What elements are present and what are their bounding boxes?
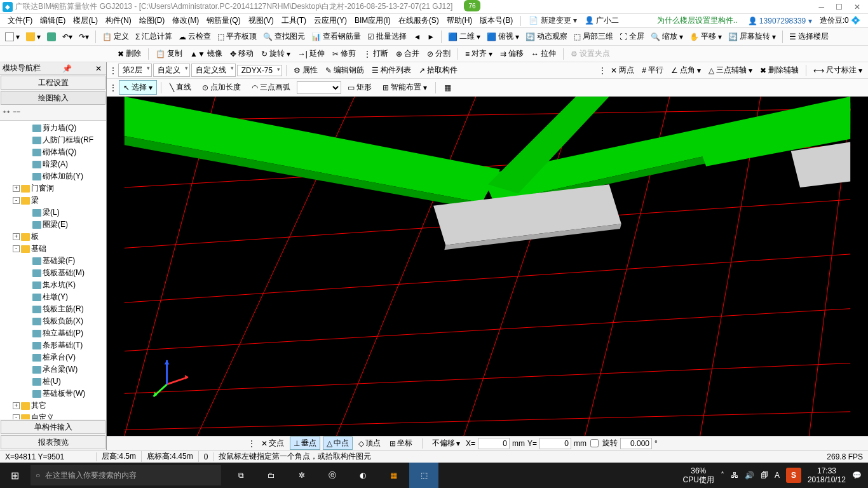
menu-member[interactable]: 构件(N) (102, 14, 135, 27)
report-preview-button[interactable]: 报表预览 (1, 435, 105, 449)
arc3-button[interactable]: ◠ 三点画弧 (247, 80, 295, 95)
task-view-icon[interactable]: ⧉ (226, 463, 255, 488)
tree-item[interactable]: 人防门框墙(RF (0, 134, 106, 146)
find-button[interactable]: 🔍 查找图元 (261, 30, 308, 43)
pin-icon[interactable]: 📌 (60, 64, 74, 73)
tree-item[interactable]: 筏板基础(M) (0, 267, 106, 279)
menu-draw[interactable]: 绘图(D) (135, 14, 169, 27)
menu-help[interactable]: 帮助(H) (443, 14, 477, 27)
nav-tree[interactable]: 剪力墙(Q)人防门框墙(RF砌体墙(Q)暗梁(A)砌体加筋(Y)+门窗洞-梁梁(… (0, 121, 106, 419)
save-button[interactable] (44, 31, 58, 43)
draw-input-button[interactable]: 绘图输入 (1, 91, 105, 105)
tray-notifications-icon[interactable]: 💬 (852, 471, 862, 480)
y-input[interactable] (539, 438, 571, 449)
align-button[interactable]: ≡ 对齐 ▾ (462, 47, 496, 60)
point-length-button[interactable]: ⊙ 点加长度 (198, 80, 245, 95)
nav-next-button[interactable]: ► (424, 31, 437, 43)
tray-up-icon[interactable]: ˄ (721, 471, 724, 480)
select-button[interactable]: ↖ 选择 ▾ (119, 80, 157, 95)
tree-item[interactable]: 砌体加筋(Y) (0, 170, 106, 182)
set-pivot-button[interactable]: ⚙ 设置夹点 (567, 47, 613, 60)
tree-expander-icon[interactable]: - (13, 197, 20, 204)
tree-item[interactable]: +板 (0, 231, 106, 243)
tree-item[interactable]: 承台梁(W) (0, 363, 106, 376)
rotate-checkbox[interactable] (590, 439, 599, 447)
tree-expander-icon[interactable]: - (13, 414, 20, 419)
level-button[interactable]: ⬚ 平齐板顶 (215, 30, 259, 43)
define-button[interactable]: 📋 定义 (100, 30, 132, 43)
tray-network-icon[interactable]: 🖧 (731, 471, 738, 480)
view-rebar-button[interactable]: 📊 查看钢筋量 (309, 30, 363, 43)
tray-text-icon[interactable]: A (775, 471, 780, 480)
new-change-button[interactable]: 📄 新建变更 ▾ (525, 14, 581, 27)
name-dropdown[interactable]: ZDYX-75 (237, 65, 282, 76)
extend-button[interactable]: →| 延伸 (295, 47, 328, 60)
tree-item[interactable]: -自定义 (0, 412, 106, 419)
tray-clock[interactable]: 17:33 2018/10/12 (808, 466, 846, 485)
redo-button[interactable]: ↷▾ (76, 31, 92, 43)
tree-item[interactable]: 筏板主筋(R) (0, 303, 106, 315)
taskbar-app-1[interactable]: 🗀 (257, 463, 286, 488)
tree-item[interactable]: 柱墩(Y) (0, 291, 106, 303)
rect-button[interactable]: ▭ 矩形 (343, 80, 376, 95)
project-settings-button[interactable]: 工程设置 (1, 76, 105, 90)
tree-item[interactable]: 圈梁(E) (0, 219, 106, 231)
edit-rebar-button[interactable]: ✎ 编辑钢筋 (322, 64, 367, 77)
dimension-button[interactable]: ⟷ 尺寸标注 ▾ (810, 64, 865, 77)
local3d-button[interactable]: ⬚ 局部三维 (571, 30, 616, 43)
view2d-button[interactable]: 🟦 二维 ▾ (445, 30, 483, 43)
smart-place-button[interactable]: ⊞ 智能布置 ▾ (378, 80, 431, 95)
tree-item[interactable]: 桩(U) (0, 376, 106, 388)
tree-item[interactable]: 砌体墙(Q) (0, 146, 106, 158)
cloud-check-button[interactable]: ☁ 云检查 (176, 30, 214, 43)
offset-button[interactable]: ⇉ 偏移 (497, 47, 527, 60)
collapse-icon[interactable]: ⁻⁻ (13, 109, 20, 118)
tree-item[interactable]: +门窗洞 (0, 182, 106, 194)
arc-combo[interactable] (297, 81, 341, 94)
tree-expander-icon[interactable]: + (13, 233, 20, 240)
tree-item[interactable]: 条形基础(T) (0, 339, 106, 351)
tree-item[interactable]: -基础 (0, 243, 106, 255)
tree-item[interactable]: 暗梁(A) (0, 158, 106, 170)
panel-close-icon[interactable]: ✕ (93, 64, 104, 73)
zoom-button[interactable]: 🔍 缩放 ▾ (648, 30, 686, 43)
split-button[interactable]: ⊘ 分割 (424, 47, 454, 60)
tree-item[interactable]: +其它 (0, 400, 106, 412)
snap-perpendicular[interactable]: ⊥ 垂点 (290, 437, 320, 450)
trim-button[interactable]: ✂ 修剪 (329, 47, 359, 60)
two-point-button[interactable]: ✕ 两点 (607, 64, 637, 77)
member-list-button[interactable]: ☰ 构件列表 (369, 64, 414, 77)
menu-cloud[interactable]: 云应用(Y) (310, 14, 351, 27)
delete-button[interactable]: ✖ 删除 (114, 47, 144, 60)
tree-expander-icon[interactable]: - (13, 245, 20, 252)
stretch-button[interactable]: ↔ 拉伸 (528, 47, 559, 60)
tree-item[interactable]: 集水坑(K) (0, 279, 106, 291)
new-file-button[interactable]: ▾ (3, 31, 22, 43)
tree-item[interactable]: 桩承台(V) (0, 351, 106, 363)
viewport-canvas[interactable] (107, 97, 868, 436)
tray-battery-icon[interactable]: 🗐 (761, 471, 768, 480)
menu-tool[interactable]: 工具(T) (278, 14, 310, 27)
menu-view[interactable]: 视图(V) (245, 14, 278, 27)
tree-item[interactable]: -梁 (0, 194, 106, 207)
point-angle-button[interactable]: ∠ 点角 ▾ (668, 64, 704, 77)
screen-rotate-button[interactable]: 🔄 屏幕旋转 ▾ (726, 30, 778, 43)
tree-expander-icon[interactable]: + (13, 402, 20, 409)
open-file-button[interactable]: ▾ (24, 31, 43, 43)
taskbar-app-4[interactable]: ▦ (379, 463, 408, 488)
fullscreen-button[interactable]: ⛶ 全屏 (617, 30, 647, 43)
menu-version[interactable]: 版本号(B) (476, 14, 517, 27)
tray-ime-icon[interactable]: S (786, 468, 801, 483)
menu-modify[interactable]: 修改(M) (168, 14, 203, 27)
pan-button[interactable]: ✋ 平移 ▾ (687, 30, 724, 43)
snap-coord[interactable]: ⊞ 坐标 (386, 437, 416, 449)
minimize-button[interactable]: ─ (818, 3, 824, 11)
menu-floor[interactable]: 楼层(L) (69, 14, 102, 27)
menu-bim[interactable]: BIM应用(I) (351, 14, 395, 27)
close-button[interactable]: ✕ (854, 3, 860, 11)
offset-mode-dropdown[interactable]: 不偏移 ▾ (429, 437, 463, 449)
taskbar-app-2[interactable]: ✲ (287, 463, 316, 488)
parallel-button[interactable]: # 平行 (639, 64, 667, 77)
delete-aux-button[interactable]: ✖ 删除辅轴 (757, 64, 802, 77)
menu-edit[interactable]: 编辑(E) (36, 14, 69, 27)
